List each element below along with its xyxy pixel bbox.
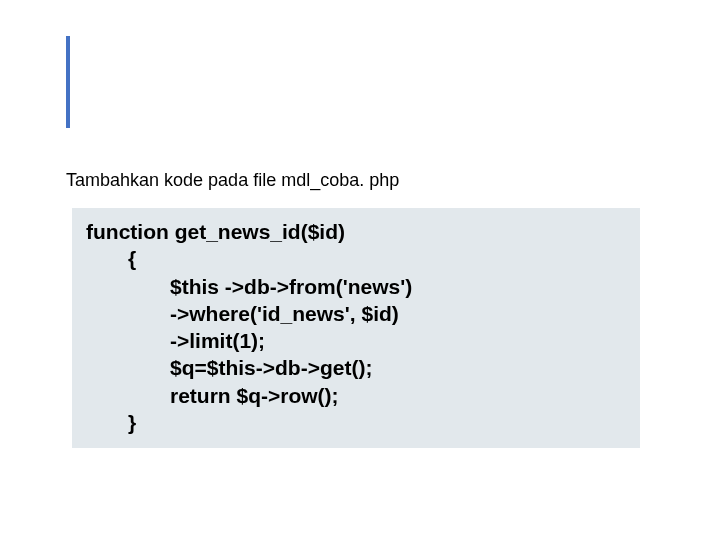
- code-line: {: [86, 245, 626, 272]
- code-line: function get_news_id($id): [86, 218, 626, 245]
- code-line: ->where('id_news', $id): [86, 300, 626, 327]
- code-line: ->limit(1);: [86, 327, 626, 354]
- code-line: }: [86, 409, 626, 436]
- code-block: function get_news_id($id) { $this ->db->…: [72, 208, 640, 448]
- code-line: return $q->row();: [86, 382, 626, 409]
- code-line: $q=$this->db->get();: [86, 354, 626, 381]
- accent-bar: [66, 36, 70, 128]
- code-line: $this ->db->from('news'): [86, 273, 626, 300]
- instruction-text: Tambahkan kode pada file mdl_coba. php: [66, 170, 399, 191]
